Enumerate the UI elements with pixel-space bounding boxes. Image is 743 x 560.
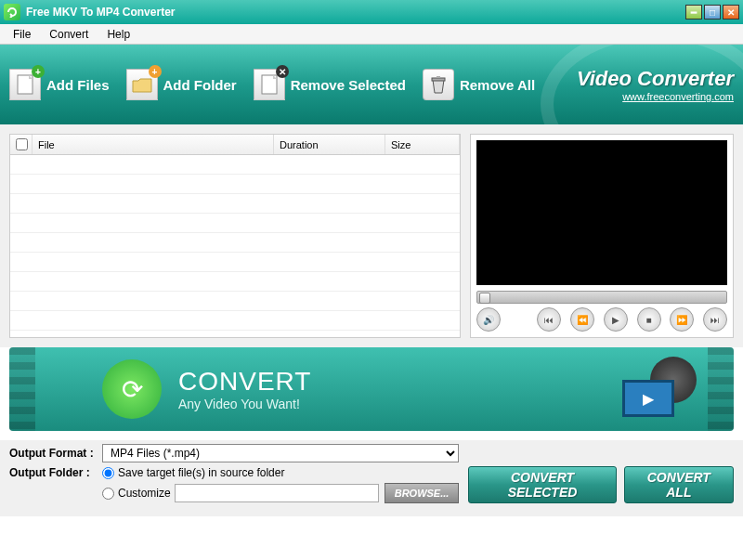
- table-row: [10, 175, 460, 194]
- output-settings: Output Format : MP4 Files (*.mp4) Output…: [9, 444, 459, 507]
- plus-badge-icon: +: [32, 65, 45, 78]
- preview-panel: 🔊 ⏮ ⏪ ▶ ■ ⏩ ⏭: [470, 134, 734, 338]
- menu-convert[interactable]: Convert: [40, 25, 98, 44]
- output-format-label: Output Format :: [9, 447, 102, 460]
- title-bar: Free MKV To MP4 Converter ━ □ ✕: [0, 0, 743, 24]
- plus-badge-icon: +: [149, 65, 162, 78]
- radio-customize-input[interactable]: [102, 488, 114, 500]
- trash-icon: [423, 69, 454, 100]
- add-files-button[interactable]: + Add Files: [9, 69, 110, 100]
- file-list-panel: File Duration Size: [9, 134, 461, 338]
- remove-all-button[interactable]: Remove All: [423, 69, 535, 100]
- fastforward-button[interactable]: ⏩: [670, 307, 694, 332]
- table-row: [10, 194, 460, 214]
- close-button[interactable]: ✕: [723, 5, 739, 20]
- video-preview[interactable]: [476, 140, 727, 285]
- bottom-area: Output Format : MP4 Files (*.mp4) Output…: [0, 440, 743, 516]
- brand-title: Video Converter: [577, 67, 734, 91]
- convert-buttons: CONVERT SELECTED CONVERT ALL: [468, 444, 734, 507]
- customize-path-input[interactable]: [175, 484, 379, 502]
- svg-rect-3: [437, 76, 440, 78]
- file-icon: +: [9, 69, 41, 100]
- volume-button[interactable]: 🔊: [476, 307, 501, 332]
- convert-arrows-icon: ⟳: [102, 359, 162, 419]
- browse-button[interactable]: BROWSE...: [385, 483, 460, 503]
- banner-title: CONVERT: [178, 367, 311, 397]
- table-row: [10, 253, 460, 272]
- select-all-checkbox[interactable]: [10, 135, 33, 154]
- play-button[interactable]: ▶: [604, 307, 628, 332]
- file-list-body[interactable]: [10, 155, 460, 337]
- convert-banner: ⟳ CONVERT Any Video You Want! ▶: [9, 347, 734, 431]
- menu-file[interactable]: File: [4, 25, 40, 44]
- minimize-button[interactable]: ━: [685, 5, 702, 20]
- rewind-button[interactable]: ⏪: [570, 307, 594, 332]
- convert-all-button[interactable]: CONVERT ALL: [624, 466, 734, 503]
- output-format-select[interactable]: MP4 Files (*.mp4): [102, 444, 459, 462]
- column-size[interactable]: Size: [385, 135, 460, 154]
- seek-slider[interactable]: [476, 291, 727, 304]
- column-duration[interactable]: Duration: [274, 135, 385, 154]
- add-folder-button[interactable]: + Add Folder: [126, 69, 237, 100]
- file-icon: ✕: [254, 69, 285, 100]
- table-row: [10, 292, 460, 311]
- radio-save-source-input[interactable]: [102, 467, 114, 479]
- next-button[interactable]: ⏭: [703, 307, 727, 332]
- brand-url[interactable]: www.freeconverting.com: [577, 91, 734, 102]
- stop-button[interactable]: ■: [637, 307, 661, 332]
- video-clip-icon: ▶: [622, 361, 706, 417]
- table-row: [10, 214, 460, 233]
- svg-rect-2: [432, 78, 445, 81]
- banner-subtitle: Any Video You Want!: [178, 397, 311, 411]
- output-folder-label: Output Folder :: [9, 466, 102, 479]
- window-title: Free MKV To MP4 Converter: [26, 6, 175, 19]
- table-row: [10, 155, 460, 175]
- remove-selected-button[interactable]: ✕ Remove Selected: [254, 69, 406, 100]
- player-controls: 🔊 ⏮ ⏪ ▶ ■ ⏩ ⏭: [476, 307, 727, 332]
- brand-area: Video Converter www.freeconverting.com: [577, 67, 734, 102]
- convert-selected-button[interactable]: CONVERT SELECTED: [468, 466, 616, 503]
- middle-area: File Duration Size 🔊 ⏮ ⏪ ▶ ■ ⏩ ⏭: [0, 124, 743, 347]
- table-row: [10, 311, 460, 331]
- prev-button[interactable]: ⏮: [537, 307, 561, 332]
- x-badge-icon: ✕: [276, 65, 289, 78]
- file-list-header: File Duration Size: [10, 135, 460, 155]
- radio-save-source[interactable]: Save target file(s) in source folder: [102, 466, 284, 479]
- maximize-button[interactable]: □: [704, 5, 721, 20]
- table-row: [10, 233, 460, 253]
- app-logo-icon: [4, 4, 20, 20]
- radio-customize[interactable]: Customize: [102, 487, 171, 500]
- menu-help[interactable]: Help: [98, 25, 139, 44]
- toolbar: + Add Files + Add Folder ✕ Remove Select…: [0, 45, 743, 124]
- column-file[interactable]: File: [33, 135, 274, 154]
- table-row: [10, 272, 460, 292]
- folder-icon: +: [126, 69, 158, 100]
- menu-bar: File Convert Help: [0, 24, 743, 45]
